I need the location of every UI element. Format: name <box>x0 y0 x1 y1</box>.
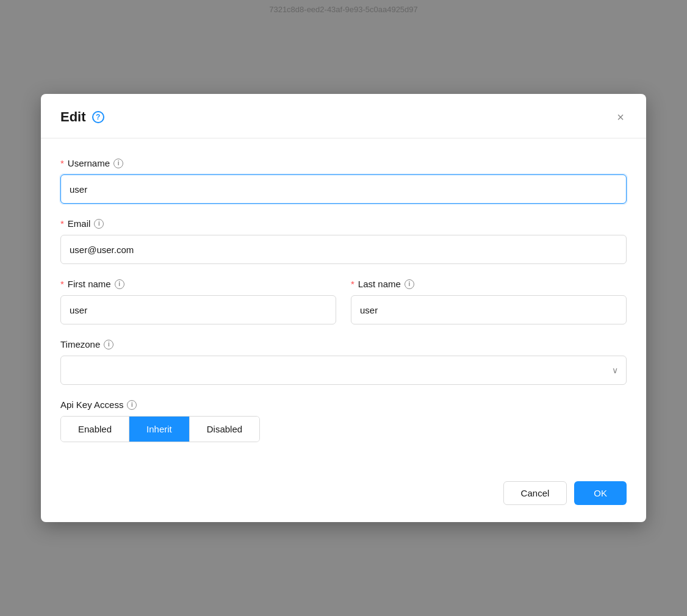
email-required-star: * <box>60 218 64 229</box>
api-key-info-icon[interactable]: i <box>127 400 137 410</box>
first-name-label-text: First name <box>68 279 111 289</box>
username-input[interactable] <box>60 174 627 204</box>
api-key-disabled-button[interactable]: Disabled <box>190 417 259 442</box>
api-key-inherit-button[interactable]: Inherit <box>129 417 190 442</box>
first-name-info-icon[interactable]: i <box>115 279 124 289</box>
timezone-select[interactable] <box>60 356 627 385</box>
api-key-section: Api Key Access i Enabled Inherit Disable… <box>60 399 627 442</box>
email-label: * Email i <box>60 218 627 229</box>
timezone-label: Timezone i <box>60 339 627 349</box>
last-name-info-icon[interactable]: i <box>405 279 414 289</box>
email-label-text: Email <box>68 218 91 229</box>
api-key-label-text: Api Key Access <box>60 399 123 410</box>
api-key-label: Api Key Access i <box>60 399 627 410</box>
timezone-section: Timezone i ∨ <box>60 339 627 385</box>
username-label: * Username i <box>60 158 627 168</box>
username-info-icon[interactable]: i <box>113 159 123 168</box>
name-row: * First name i * Last name i <box>60 279 627 324</box>
first-name-label: * First name i <box>60 279 336 289</box>
last-name-label-text: Last name <box>358 279 401 289</box>
modal-body: * Username i * Email i * First name i <box>41 138 646 471</box>
modal-header: Edit ? × <box>41 94 646 138</box>
username-label-text: Username <box>68 158 110 168</box>
username-section: * Username i <box>60 158 627 204</box>
modal-footer: Cancel OK <box>41 471 646 522</box>
help-icon[interactable]: ? <box>92 111 104 123</box>
email-input[interactable] <box>60 235 627 264</box>
background-text: 7321c8d8-eed2-43af-9e93-5c0aa4925d97 <box>269 5 418 14</box>
modal-title-group: Edit ? <box>60 109 104 125</box>
modal-title: Edit <box>60 109 86 125</box>
first-name-required-star: * <box>60 279 64 289</box>
first-name-input[interactable] <box>60 295 336 324</box>
username-required-star: * <box>60 158 64 168</box>
email-info-icon[interactable]: i <box>94 219 104 229</box>
timezone-label-text: Timezone <box>60 339 100 349</box>
email-section: * Email i <box>60 218 627 264</box>
first-name-col: * First name i <box>60 279 336 324</box>
api-key-toggle-group: Enabled Inherit Disabled <box>60 416 260 442</box>
edit-modal: Edit ? × * Username i * Email i <box>41 94 646 522</box>
last-name-label: * Last name i <box>351 279 627 289</box>
timezone-info-icon[interactable]: i <box>104 340 113 349</box>
cancel-button[interactable]: Cancel <box>503 481 567 505</box>
timezone-select-wrapper: ∨ <box>60 356 627 385</box>
api-key-enabled-button[interactable]: Enabled <box>61 417 129 442</box>
last-name-required-star: * <box>351 279 354 289</box>
last-name-input[interactable] <box>351 295 627 324</box>
close-button[interactable]: × <box>614 109 627 126</box>
ok-button[interactable]: OK <box>574 481 627 505</box>
last-name-col: * Last name i <box>351 279 627 324</box>
